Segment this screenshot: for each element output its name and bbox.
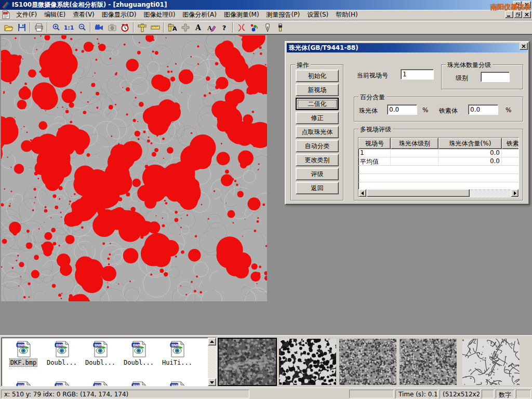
text-label-button[interactable]: A: [192, 22, 205, 34]
file-item[interactable]: BMPDoubl...: [120, 341, 157, 366]
toolbar-separator: [133, 22, 134, 33]
grade-input[interactable]: [481, 72, 510, 82]
ferrite-input[interactable]: [468, 104, 498, 115]
thumbnail-2[interactable]: [279, 339, 336, 385]
pearlite-dialog[interactable]: 珠光体(GB/T9441-88) 操作 初始化 新视场 二值化 修正 点取珠光体…: [285, 41, 529, 205]
binarize-button[interactable]: 二值化: [296, 98, 339, 110]
timer-button[interactable]: [118, 22, 131, 34]
new-field-button[interactable]: 新视场: [296, 84, 339, 96]
help-button[interactable]: ?: [218, 22, 231, 34]
file-browser-scrollbar[interactable]: [208, 338, 216, 386]
zoom-in-button[interactable]: [49, 22, 62, 34]
specimen-image[interactable]: [1, 35, 267, 301]
change-class-button[interactable]: 更改类别: [296, 154, 339, 166]
thumbnail-5[interactable]: [462, 339, 520, 385]
pearlite-input[interactable]: [387, 104, 417, 115]
dialog-title: 珠光体(GB/T9441-88): [289, 44, 358, 52]
thumbnail-1[interactable]: [219, 339, 276, 385]
print-button[interactable]: [32, 22, 45, 34]
measure-text-icon: A: [168, 23, 177, 32]
open-button[interactable]: [2, 22, 15, 34]
file-item[interactable]: BMP: [43, 381, 81, 387]
dialog-close-button[interactable]: [520, 43, 528, 50]
dialog-title-bar[interactable]: 珠光体(GB/T9441-88): [287, 43, 527, 52]
ruler-button[interactable]: [149, 22, 162, 34]
title-bar[interactable]: IS100显微摄像系统(金相分析版) - [zhuguangti01]: [0, 0, 532, 10]
multifield-table[interactable]: 视场号 珠光体级别 珠光体含量(%) 铁素体 1 0.0 平均值 0.0: [358, 137, 519, 197]
table-row[interactable]: 1 0.0: [358, 149, 518, 157]
scroll-right-button[interactable]: [511, 189, 518, 197]
cell-field-no: 1: [358, 149, 391, 157]
bottom-panel: BMPDKF.bmpBMPBMPDoubl...BMPBMPDoubl...BM…: [0, 335, 532, 388]
caliper-button[interactable]: [136, 22, 149, 34]
col-pearlite-grade[interactable]: 珠光体级别: [391, 138, 438, 149]
scroll-left-button[interactable]: [358, 189, 366, 197]
col-field-no[interactable]: 视场号: [358, 138, 391, 149]
pearlite-label: 珠光体: [359, 107, 378, 115]
scrollbar-track[interactable]: [366, 189, 511, 197]
current-field-input[interactable]: [401, 69, 434, 79]
file-item[interactable]: BMP: [82, 381, 119, 387]
file-item[interactable]: BMPDoubl...: [82, 341, 119, 366]
file-item[interactable]: BMPDKF.bmp: [5, 341, 42, 366]
file-item[interactable]: BMP: [158, 381, 196, 387]
menu-measure-report[interactable]: 测量报告(P): [263, 9, 304, 20]
menu-image-measure[interactable]: 图像测量(M): [220, 9, 263, 20]
thumbnail-4[interactable]: [400, 339, 457, 385]
menu-help[interactable]: 帮助(H): [332, 9, 361, 20]
pen-tool-button[interactable]: [261, 22, 274, 34]
menu-image-analysis[interactable]: 图像分析(A): [179, 9, 220, 20]
scroll-up-button[interactable]: [208, 338, 216, 345]
menu-view[interactable]: 查看(V): [69, 9, 98, 20]
phase-classify-button[interactable]: 3: [248, 22, 261, 34]
init-button[interactable]: 初始化: [296, 70, 339, 82]
file-item[interactable]: BMPDoubl...: [43, 341, 81, 366]
menu-image-display[interactable]: 图像显示(D): [98, 9, 140, 20]
measure-text-button[interactable]: A: [166, 22, 179, 34]
table-row[interactable]: 平均值 0.0: [358, 157, 518, 166]
rate-button[interactable]: 评级: [296, 168, 339, 180]
bmp-file-icon: BMP: [92, 381, 108, 387]
menu-bar: 文件(F) 编辑(E) 查看(V) 图像显示(D) 图像处理(I) 图像分析(A…: [0, 10, 532, 20]
grade-label: 级别: [456, 74, 468, 83]
mdi-workspace: 珠光体(GB/T9441-88) 操作 初始化 新视场 二值化 修正 点取珠光体…: [0, 34, 532, 335]
mdi-minimize-button[interactable]: [505, 11, 513, 18]
return-button[interactable]: 返回: [296, 182, 339, 194]
restore-button[interactable]: [513, 1, 522, 8]
still-capture-button[interactable]: [105, 22, 118, 34]
svg-text:BMP: BMP: [56, 384, 64, 387]
mdi-restore-button[interactable]: [514, 11, 522, 18]
auto-classify-button[interactable]: 自动分类: [296, 140, 339, 152]
current-field-label: 当前视场号: [357, 71, 388, 80]
grain-curve-button[interactable]: [235, 22, 248, 34]
col-pearlite-content[interactable]: 珠光体含量(%): [438, 138, 502, 149]
scrollbar-thumb[interactable]: [367, 189, 470, 197]
mdi-close-button[interactable]: [523, 11, 531, 18]
menu-image-process[interactable]: 图像处理(I): [140, 9, 179, 20]
pick-pearlite-button[interactable]: 点取珠光体: [296, 126, 339, 138]
save-floppy-icon: [18, 23, 26, 32]
correct-button[interactable]: 修正: [296, 112, 339, 124]
one-to-one-icon: 1:1: [64, 24, 74, 31]
scroll-down-button[interactable]: [208, 378, 216, 386]
grid-cross-button[interactable]: [179, 22, 192, 34]
brush-tool-button[interactable]: [274, 22, 287, 34]
document-icon[interactable]: [2, 10, 10, 19]
video-capture-button[interactable]: [92, 22, 105, 34]
file-item[interactable]: BMP: [120, 381, 157, 387]
file-item[interactable]: BMPHuiTi...: [158, 341, 196, 366]
save-button[interactable]: [15, 22, 28, 34]
col-ferrite[interactable]: 铁素体: [502, 138, 519, 149]
grid-cross-icon: [181, 23, 190, 32]
menu-settings[interactable]: 设置(S): [303, 9, 332, 20]
table-horizontal-scrollbar[interactable]: [358, 189, 518, 197]
thumbnail-3[interactable]: [339, 339, 396, 385]
close-button[interactable]: [523, 1, 531, 8]
file-item[interactable]: BMP: [5, 381, 42, 387]
menu-edit[interactable]: 编辑(E): [41, 9, 69, 20]
actual-size-button[interactable]: 1:1: [62, 22, 75, 34]
menu-file[interactable]: 文件(F): [12, 9, 41, 20]
file-browser[interactable]: BMPDKF.bmpBMPBMPDoubl...BMPBMPDoubl...BM…: [1, 337, 217, 387]
annotate-button[interactable]: A: [205, 22, 218, 34]
zoom-out-button[interactable]: [75, 22, 88, 34]
